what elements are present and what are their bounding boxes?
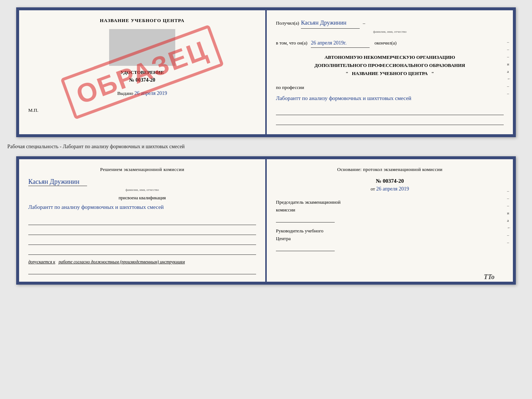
mark-arrow: ← bbox=[507, 76, 511, 81]
cert-left-page: НАЗВАНИЕ УЧЕБНОГО ЦЕНТРА УДОСТОВЕРЕНИЕ №… bbox=[19, 10, 267, 134]
cert-school-title: НАЗВАНИЕ УЧЕБНОГО ЦЕНТРА bbox=[28, 18, 256, 24]
profession-label: по профессии bbox=[276, 85, 304, 90]
rukovoditel-signature-line bbox=[276, 245, 335, 251]
org-line1: АВТОНОМНУЮ НЕКОММЕРЧЕСКУЮ ОРГАНИЗАЦИЮ bbox=[276, 53, 504, 61]
mark-5: – bbox=[507, 91, 511, 96]
cert-right-content: Получил(а) Касьян Дружинин – фамилия, им… bbox=[276, 18, 504, 125]
bmark-3: – bbox=[507, 203, 511, 208]
separator-text: Рабочая специальность - Лаборант по анал… bbox=[7, 141, 525, 153]
bmark-4: – bbox=[507, 233, 511, 237]
cert-line-1 bbox=[276, 107, 504, 115]
certificate-book-bottom: Решением экзаменационной комиссии Касьян… bbox=[16, 156, 516, 285]
bmark-arrow: ← bbox=[507, 225, 511, 230]
prisvoena-label: присвоена квалификация bbox=[28, 195, 256, 201]
poluchil-name: Касьян Дружинин bbox=[301, 18, 360, 29]
vydano-date: 26 апреля 2019 bbox=[134, 90, 167, 96]
bottom-name-sublabel: фамилия, имя, отчество bbox=[28, 188, 256, 192]
dopusk-line bbox=[28, 268, 256, 274]
rukovoditel-label-2: Центра bbox=[276, 236, 504, 242]
cert-photo-placeholder bbox=[109, 29, 175, 66]
bottom-date-row: от 26 апреля 2019 bbox=[276, 186, 504, 192]
org-name: НАЗВАНИЕ УЧЕБНОГО ЦЕНТРА bbox=[352, 71, 428, 76]
dopusk-text: работе согласно должностным (производств… bbox=[58, 259, 185, 264]
right-side-marks: – – – и а ← – – bbox=[507, 40, 511, 96]
okonchil-label: окончил(а) bbox=[374, 40, 396, 46]
cert-profession-block: по профессии Лаборантт по анализу формов… bbox=[276, 83, 504, 103]
vtom-label: в том, что он(а) bbox=[276, 40, 308, 46]
bottom-line-3 bbox=[28, 237, 256, 245]
tto-mark: TTo bbox=[484, 273, 495, 281]
cert-number: № 00374-20 bbox=[28, 77, 256, 83]
bmark-a: а bbox=[507, 218, 511, 222]
bottom-name: Касьян Дружинин bbox=[28, 178, 87, 186]
mark-3: – bbox=[507, 54, 511, 59]
cert-udostoverenie-label: УДОСТОВЕРЕНИЕ bbox=[28, 70, 256, 75]
bottom-line-4 bbox=[28, 247, 256, 255]
predsedatel-label-1: Председатель экзаменационной bbox=[276, 199, 504, 205]
mark-2: – bbox=[507, 47, 511, 51]
cert-right-page: Получил(а) Касьян Дружинин – фамилия, им… bbox=[267, 10, 513, 134]
vtom-row: в том, что он(а) 26 апреля 2019г. окончи… bbox=[276, 38, 504, 48]
bottom-name-row: Касьян Дружинин bbox=[28, 178, 256, 186]
org-quote1: " bbox=[346, 71, 348, 76]
certificate-book-top: НАЗВАНИЕ УЧЕБНОГО ЦЕНТРА УДОСТОВЕРЕНИЕ №… bbox=[16, 7, 516, 137]
cert-poluchil-row: Получил(а) Касьян Дружинин – bbox=[276, 18, 504, 29]
dopuskaetsya-block: допускается к работе согласно должностны… bbox=[28, 259, 256, 265]
dash-after-name: – bbox=[362, 19, 365, 27]
cert-org-block: АВТОНОМНУЮ НЕКОММЕРЧЕСКУЮ ОРГАНИЗАЦИЮ ДО… bbox=[276, 53, 504, 78]
dopusk-label: допускается к bbox=[28, 259, 55, 264]
cert-vydano: Выдано 26 апреля 2019 bbox=[28, 90, 256, 96]
kvali-text: Лаборантт по анализу формовочных и шихтт… bbox=[28, 203, 256, 211]
ot-date: 26 апреля 2019 bbox=[376, 186, 409, 192]
bottom-right-marks: – – – и а ← – – bbox=[507, 189, 511, 245]
resheniem-label: Решением экзаменационной комиссии bbox=[28, 167, 256, 172]
mark-1: – bbox=[507, 40, 511, 44]
bottom-left-page: Решением экзаменационной комиссии Касьян… bbox=[19, 159, 267, 282]
predsedatel-signature-line bbox=[276, 216, 335, 222]
cert-line-2 bbox=[276, 117, 504, 125]
vydano-label: Выдано bbox=[117, 90, 133, 96]
poluchil-sublabel: фамилия, имя, отчество bbox=[276, 29, 504, 35]
mark-a: а bbox=[507, 69, 511, 74]
org-quote2: " bbox=[431, 71, 434, 76]
org-line2: ДОПОЛНИТЕЛЬНОГО ПРОФЕССИОНАЛЬНОГО ОБРАЗО… bbox=[276, 61, 504, 70]
bottom-lines-block bbox=[28, 217, 256, 255]
ot-label: от bbox=[371, 186, 375, 192]
cert-lines-block bbox=[276, 107, 504, 125]
mark-i: и bbox=[507, 62, 511, 66]
org-name-line: " НАЗВАНИЕ УЧЕБНОГО ЦЕНТРА " bbox=[276, 70, 504, 78]
poluchil-label: Получил(а) bbox=[276, 19, 299, 27]
vtom-date: 26 апреля 2019г. bbox=[311, 38, 370, 48]
bmark-1: – bbox=[507, 189, 511, 193]
bmark-i: и bbox=[507, 211, 511, 215]
bottom-line-2 bbox=[28, 227, 256, 235]
bmark-5: – bbox=[507, 240, 511, 245]
osnovanie-text: Основание: протокол экзаменационной коми… bbox=[276, 167, 504, 172]
cert-mp: М.П. bbox=[28, 107, 256, 113]
predsedatel-label-2: комиссии bbox=[276, 207, 504, 213]
bottom-number: № 00374-20 bbox=[276, 178, 504, 184]
rukovoditel-label-1: Руководитель учебного bbox=[276, 228, 504, 234]
bmark-2: – bbox=[507, 196, 511, 200]
bottom-line-1 bbox=[28, 217, 256, 225]
bottom-right-page: Основание: протокол экзаменационной коми… bbox=[267, 159, 513, 282]
profession-text: Лаборантт по анализу формовочных и шихтт… bbox=[276, 93, 504, 103]
mark-4: – bbox=[507, 84, 511, 88]
